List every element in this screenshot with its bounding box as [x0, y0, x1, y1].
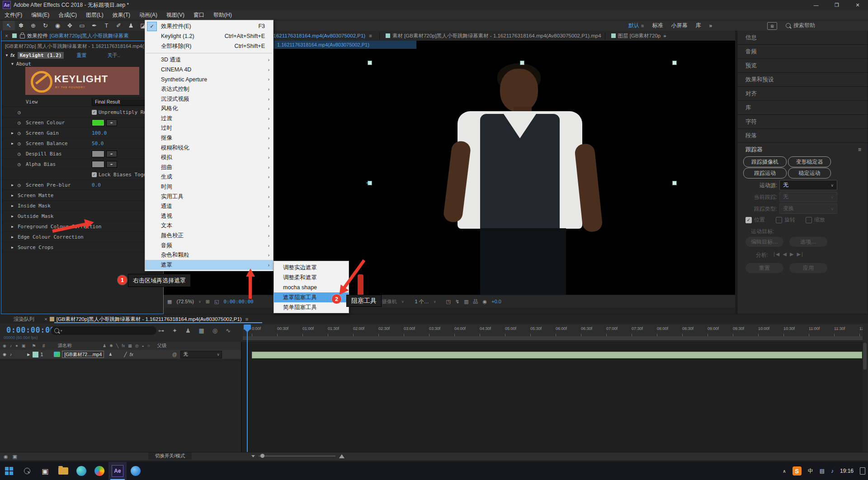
render-settings-icon[interactable]: ◉ [4, 454, 8, 460]
timeline-comp-tab[interactable]: [GB素材720p]黑人小哥跳舞绿幕素材 - 1.1621176318164.m… [57, 316, 242, 323]
menu-item-3D 通道[interactable]: 3D 通道› [145, 55, 273, 65]
volume-icon[interactable]: ♪ [831, 468, 834, 474]
network-icon[interactable]: ▤ [820, 468, 825, 474]
layer-name[interactable]: [GB素材72....mp4 [62, 351, 104, 358]
expander-icon[interactable]: ▶ [11, 225, 18, 229]
expander-icon[interactable]: ▶ [11, 131, 18, 135]
menu-item-实用工具[interactable]: 实用工具› [145, 192, 273, 202]
layer-shy-icon[interactable]: ♟ [108, 352, 112, 357]
zoom-tool[interactable]: ⊕ [27, 21, 39, 30]
track-motion-button[interactable]: 跟踪运动 [743, 168, 787, 179]
stopwatch-icon[interactable]: ◷ [18, 161, 26, 167]
menu-item-通道[interactable]: 通道› [145, 202, 273, 212]
workspace-默认[interactable]: 默认≡ [628, 22, 644, 29]
work-area-bar[interactable] [243, 336, 863, 341]
menubar-item-效果(T)[interactable]: 效果(T) [108, 10, 135, 20]
stopwatch-icon[interactable]: ◷ [18, 109, 26, 115]
expander-icon[interactable]: ▶ [11, 214, 18, 218]
menu-item-杂色和颗粒[interactable]: 杂色和颗粒› [145, 250, 273, 260]
menubar-item-动画(A)[interactable]: 动画(A) [135, 10, 162, 20]
panel-header-字符[interactable]: 字符 [737, 115, 868, 129]
workspace-»[interactable]: » [709, 23, 712, 29]
collapse-arrow-icon[interactable]: ▼ [5, 53, 9, 57]
menu-item-模拟[interactable]: 模拟› [145, 153, 273, 163]
checkbox-icon[interactable]: ✓ [745, 217, 752, 223]
menu-item-过渡[interactable]: 过渡› [145, 114, 273, 124]
param-checkbox[interactable]: ✓ [92, 110, 97, 115]
color-swatch[interactable] [92, 119, 104, 126]
timeline-scrollbar-thumb[interactable] [863, 343, 867, 370]
workspace-库[interactable]: 库 [695, 22, 701, 29]
tab-close-icon[interactable]: × [44, 316, 47, 322]
layer-expander-icon[interactable]: ▶ [27, 353, 30, 357]
expander-icon[interactable]: ▶ [11, 235, 18, 239]
layer-row[interactable]: ◉ ♪ ▶ 1 [GB素材72....mp4 ♟ ╱ fx @ 无 ∨ [0, 350, 241, 359]
region-of-interest-icon[interactable]: ◳ [446, 299, 451, 305]
toggle-switches-modes-button[interactable]: 切换开关/模式 [148, 452, 192, 460]
layer-video-icon[interactable]: ◉ [3, 352, 6, 357]
file-explorer-icon[interactable] [54, 462, 72, 480]
menu-item-全部移除(R)[interactable]: 全部移除(R)Ctrl+Shift+E [145, 41, 273, 51]
menu-item-生成[interactable]: 生成› [145, 172, 273, 182]
timeline-search-input[interactable]: ▾ [51, 326, 156, 335]
submenu-item-调整实边遮罩[interactable]: 调整实边遮罩 [274, 263, 349, 273]
menubar-item-帮助(H)[interactable]: 帮助(H) [209, 10, 236, 20]
tracker-checkbox-缩放[interactable]: 缩放 [806, 216, 825, 224]
layer-handle[interactable] [368, 61, 372, 65]
after-effects-taskbar-icon[interactable]: Ae [108, 462, 127, 480]
rotate-tool[interactable]: ↻ [39, 21, 52, 30]
menu-item-扭曲[interactable]: 扭曲› [145, 163, 273, 173]
menu-item-透视[interactable]: 透视› [145, 212, 273, 221]
zoom-slider-handle[interactable] [260, 454, 264, 458]
type-tool[interactable]: T [100, 21, 113, 30]
effect-controls-tab[interactable]: × 效果控件 [GB素材720p]黑人小哥跳舞绿幕素 [1, 31, 163, 41]
panel-header-音频[interactable]: 音频 [737, 45, 868, 59]
current-timecode[interactable]: 0:00:00:00 [6, 325, 55, 334]
layer-color-swatch[interactable] [33, 352, 38, 358]
draft-3d-icon[interactable]: ✦ [172, 327, 177, 334]
viewer-timecode[interactable]: 0:00:00:00 [223, 299, 253, 305]
menu-item-过时[interactable]: 过时› [145, 123, 273, 133]
workspace-标准[interactable]: 标准 [652, 22, 663, 29]
zoom-in-icon[interactable] [339, 454, 344, 458]
parent-column[interactable]: 父级 [157, 343, 166, 349]
source-name-column[interactable]: 源名称 [58, 343, 72, 349]
proxy-icon[interactable]: ▣ [13, 454, 17, 460]
menu-item-模糊和锐化[interactable]: 模糊和锐化› [145, 143, 273, 153]
menu-item-Keylight (1.2)[interactable]: Keylight (1.2)Ctrl+Alt+Shift+E [145, 31, 273, 41]
messenger-icon[interactable] [127, 462, 145, 480]
view-layout-dropdown[interactable]: 1 个… [415, 298, 429, 305]
motion-source-dropdown[interactable]: 无∨ [779, 180, 837, 190]
shape-tool[interactable]: ▭ [76, 21, 88, 30]
menu-item-音频[interactable]: 音频› [145, 240, 273, 250]
checkbox-icon[interactable] [776, 217, 782, 223]
layer-tab[interactable]: 图层 [GB素材720p [618, 33, 661, 39]
param-number[interactable]: 100.0 [92, 130, 107, 136]
stopwatch-icon[interactable]: ◷ [18, 182, 26, 188]
render-queue-tab[interactable]: 渲染队列 [14, 316, 34, 323]
panel-header-对齐[interactable]: 对齐 [737, 87, 868, 101]
expander-icon[interactable]: ▶ [11, 193, 18, 198]
taskbar-search-icon[interactable] [18, 462, 36, 480]
menu-item-Synthetic Aperture[interactable]: Synthetic Aperture› [145, 75, 273, 85]
stabilize-motion-button[interactable]: 稳定运动 [788, 168, 831, 179]
menubar-item-窗口[interactable]: 窗口 [189, 10, 209, 20]
warp-stabilizer-button[interactable]: 变形稳定器 [788, 156, 831, 167]
menu-item-时间[interactable]: 时间› [145, 182, 273, 192]
submenu-item-调整柔和遮罩[interactable]: 调整柔和遮罩 [274, 273, 349, 282]
graph-editor-icon[interactable]: ∿ [226, 327, 231, 334]
close-button[interactable]: ✕ [847, 0, 868, 10]
eyedropper-icon[interactable]: ✒ [106, 119, 117, 126]
menubar-item-合成(C)[interactable]: 合成(C) [54, 10, 81, 20]
parent-dropdown[interactable]: 无 ∨ [180, 351, 222, 358]
flowchart-icon[interactable]: 品 [473, 298, 478, 305]
maximize-button[interactable]: ❐ [826, 0, 847, 10]
exposure-value[interactable]: +0.0 [491, 299, 501, 304]
param-dropdown[interactable]: Final Result [92, 98, 148, 106]
task-view-icon[interactable]: ▣ [36, 462, 54, 480]
grid-guides-icon[interactable]: ⊞ [206, 299, 210, 305]
tray-chevron-icon[interactable]: ∧ [783, 469, 786, 474]
browser-icon[interactable] [90, 462, 108, 480]
menu-item-文本[interactable]: 文本› [145, 221, 273, 231]
start-button[interactable] [0, 462, 18, 480]
